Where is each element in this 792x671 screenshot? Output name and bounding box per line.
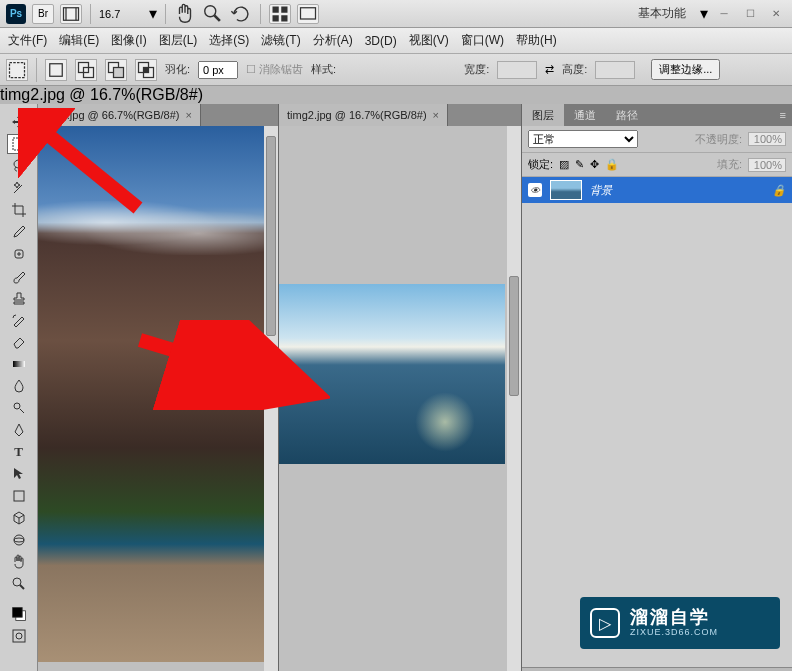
menu-3d[interactable]: 3D(D) (365, 34, 397, 48)
gradient-tool[interactable] (7, 354, 31, 374)
intersect-selection-button[interactable] (135, 59, 157, 81)
tool-panel: T (0, 104, 38, 671)
screen-icon (298, 4, 318, 24)
layers-list: 👁 背景 🔒 (522, 177, 792, 667)
opacity-value[interactable]: 100% (748, 132, 786, 146)
wand-tool[interactable] (7, 178, 31, 198)
grid-icon (270, 4, 290, 24)
history-brush-tool[interactable] (7, 310, 31, 330)
visibility-icon[interactable]: 👁 (528, 183, 542, 197)
layer-thumbnail[interactable] (550, 180, 582, 200)
eraser-tool[interactable] (7, 332, 31, 352)
scrollbar-1[interactable] (264, 126, 278, 671)
antialias-checkbox: ☐消除锯齿 (246, 62, 303, 77)
close-icon[interactable]: × (433, 109, 439, 121)
menu-file[interactable]: 文件(F) (8, 32, 47, 49)
document-area: timg.jpg @ 66.7%(RGB/8#) × 66.67% ▸ timg… (38, 104, 522, 671)
layer-name: 背景 (590, 183, 612, 198)
mini-bridge-button[interactable] (60, 4, 82, 24)
panel-menu-icon[interactable]: ≡ (774, 109, 792, 121)
hand-tool-shortcut[interactable] (174, 4, 196, 24)
subtract-selection-button[interactable] (105, 59, 127, 81)
path-select-tool[interactable] (7, 464, 31, 484)
svg-point-23 (14, 403, 20, 409)
menu-analyze[interactable]: 分析(A) (313, 32, 353, 49)
menu-view[interactable]: 视图(V) (409, 32, 449, 49)
close-icon[interactable]: × (185, 109, 191, 121)
doc-tab-2[interactable]: timg2.jpg @ 16.7%(RGB/8#) × (279, 104, 448, 126)
hand-tool[interactable] (7, 552, 31, 572)
dodge-tool[interactable] (7, 398, 31, 418)
zoom-tool[interactable] (7, 574, 31, 594)
marquee-tool[interactable] (7, 134, 31, 154)
tooltip: timg2.jpg @ 16.7%(RGB/8#) (0, 86, 792, 104)
zoom-level[interactable]: 16.7 (99, 8, 143, 20)
lock-all-icon[interactable]: 🔒 (605, 158, 619, 171)
crop-tool[interactable] (7, 200, 31, 220)
brush-tool[interactable] (7, 266, 31, 286)
paths-tab[interactable]: 路径 (606, 104, 648, 126)
separator (90, 4, 91, 24)
quickmask-toggle[interactable] (7, 626, 31, 646)
eyedropper-tool[interactable] (7, 222, 31, 242)
pen-tool[interactable] (7, 420, 31, 440)
screen-mode-button[interactable] (297, 4, 319, 24)
canvas-1[interactable] (38, 126, 267, 662)
svg-rect-30 (12, 608, 22, 618)
feather-label: 羽化: (165, 62, 190, 77)
blur-tool[interactable] (7, 376, 31, 396)
menu-window[interactable]: 窗口(W) (461, 32, 504, 49)
watermark-title: 溜溜自学 (630, 608, 718, 628)
doc-tab-1[interactable]: timg.jpg @ 66.7%(RGB/8#) × (38, 104, 201, 126)
channels-tab[interactable]: 通道 (564, 104, 606, 126)
menu-image[interactable]: 图像(I) (111, 32, 146, 49)
blend-row: 正常 不透明度: 100% (522, 126, 792, 153)
lock-transparent-icon[interactable]: ▨ (559, 158, 569, 171)
svg-point-26 (14, 538, 24, 542)
maximize-button[interactable]: ☐ (742, 7, 758, 21)
lock-position-icon[interactable]: ✥ (590, 158, 599, 171)
add-selection-button[interactable] (75, 59, 97, 81)
lock-pixels-icon[interactable]: ✎ (575, 158, 584, 171)
feather-input[interactable] (198, 61, 238, 79)
rotate-view-shortcut[interactable] (230, 4, 252, 24)
menu-edit[interactable]: 编辑(E) (59, 32, 99, 49)
menu-filter[interactable]: 滤镜(T) (261, 32, 300, 49)
close-button[interactable]: ✕ (768, 7, 784, 21)
canvas-2[interactable] (279, 284, 505, 464)
shape-tool[interactable] (7, 486, 31, 506)
minimize-button[interactable]: ─ (716, 7, 732, 21)
watermark-url: ZIXUE.3D66.COM (630, 628, 718, 638)
bridge-button[interactable]: Br (32, 4, 54, 24)
sel-new-icon (46, 60, 66, 80)
svg-rect-7 (273, 15, 279, 21)
refine-edge-button[interactable]: 调整边缘... (651, 59, 720, 80)
workspace-selector[interactable]: 基本功能 (630, 5, 694, 22)
blend-mode-select[interactable]: 正常 (528, 130, 638, 148)
stamp-tool[interactable] (7, 288, 31, 308)
menubar: 文件(F) 编辑(E) 图像(I) 图层(L) 选择(S) 滤镜(T) 分析(A… (0, 28, 792, 54)
scrollbar-2[interactable] (507, 126, 521, 671)
layers-tab[interactable]: 图层 (522, 104, 564, 126)
layer-background[interactable]: 👁 背景 🔒 (522, 177, 792, 203)
3d-camera-tool[interactable] (7, 530, 31, 550)
svg-rect-9 (301, 7, 316, 18)
color-swatch[interactable] (7, 604, 31, 624)
lasso-tool[interactable] (7, 156, 31, 176)
zoom-tool-shortcut[interactable] (202, 4, 224, 24)
menu-select[interactable]: 选择(S) (209, 32, 249, 49)
menu-layer[interactable]: 图层(L) (159, 32, 198, 49)
svg-rect-18 (144, 67, 149, 72)
arrange-docs-button[interactable] (269, 4, 291, 24)
rotate-icon (230, 3, 252, 25)
type-tool[interactable]: T (7, 442, 31, 462)
heal-tool[interactable] (7, 244, 31, 264)
menu-help[interactable]: 帮助(H) (516, 32, 557, 49)
document-window-2: timg2.jpg @ 16.7%(RGB/8#) × 16.7% ▸ (279, 104, 522, 671)
3d-tool[interactable] (7, 508, 31, 528)
current-tool-indicator[interactable] (6, 59, 28, 81)
svg-rect-10 (10, 62, 25, 77)
move-tool[interactable] (7, 112, 31, 132)
fill-value[interactable]: 100% (748, 158, 786, 172)
new-selection-button[interactable] (45, 59, 67, 81)
